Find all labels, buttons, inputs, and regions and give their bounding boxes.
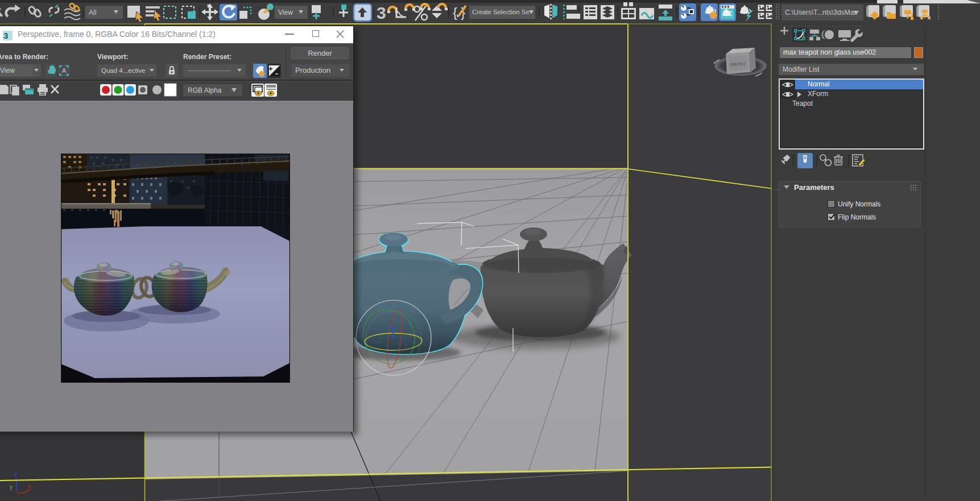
svg-text:y: y <box>378 339 380 345</box>
svg-text:FRONT: FRONT <box>730 61 746 68</box>
svg-text:{: { <box>453 5 457 20</box>
svg-text:RGB Alpha: RGB Alpha <box>188 86 222 94</box>
svg-text:3: 3 <box>377 3 386 22</box>
svg-text:x: x <box>405 342 407 347</box>
svg-text:Create Selection Se: Create Selection Se <box>472 9 529 15</box>
svg-text:View: View <box>278 9 293 16</box>
svg-text:All: All <box>89 9 96 16</box>
svg-text:A: A <box>62 67 67 74</box>
svg-text:z: z <box>14 471 17 478</box>
svg-text:y: y <box>10 484 13 490</box>
svg-text:z: z <box>390 323 393 329</box>
svg-text:x: x <box>28 483 31 490</box>
svg-text:C:\Users\T...nts\3dsMax: C:\Users\T...nts\3dsMax <box>785 9 857 16</box>
